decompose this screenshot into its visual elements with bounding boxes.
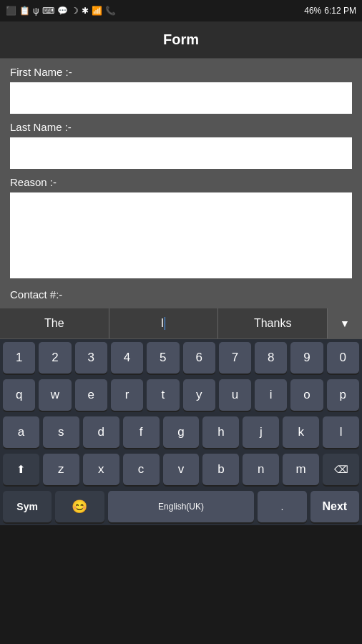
key-q[interactable]: q	[3, 379, 35, 411]
status-right-info: 46% 6:12 PM	[304, 6, 356, 16]
autocomplete-bar: The I Thanks ▼	[0, 308, 362, 339]
status-left-icons: ⬛ 📋 ψ ⌨ 💬 ☽ ✱ 📶 📞	[6, 6, 116, 16]
reason-label: Reason :-	[10, 169, 352, 192]
key-m[interactable]: m	[283, 454, 319, 485]
key-p[interactable]: p	[327, 379, 359, 411]
page-title: Form	[163, 31, 199, 48]
key-w[interactable]: w	[39, 379, 71, 411]
title-bar: Form	[0, 21, 362, 59]
key-z[interactable]: z	[43, 454, 79, 485]
status-icon-5: 💬	[57, 6, 68, 16]
key-4[interactable]: 4	[111, 342, 143, 374]
backspace-key[interactable]: ⌫	[323, 454, 359, 485]
key-u[interactable]: u	[219, 379, 251, 411]
key-i[interactable]: i	[255, 379, 287, 411]
key-y[interactable]: y	[183, 379, 215, 411]
key-x[interactable]: x	[83, 454, 119, 485]
key-1[interactable]: 1	[3, 342, 35, 374]
bottom-row: Sym 😊 English(UK) . Next	[0, 488, 362, 525]
autocomplete-item-3[interactable]: Thanks	[218, 308, 328, 338]
qwerty-row: q w e r t y u i o p	[0, 376, 362, 414]
first-name-input[interactable]	[10, 82, 352, 114]
key-n[interactable]: n	[243, 454, 279, 485]
key-s[interactable]: s	[43, 416, 79, 448]
key-9[interactable]: 9	[290, 342, 323, 374]
text-cursor	[165, 317, 165, 330]
key-b[interactable]: b	[202, 454, 239, 485]
key-2[interactable]: 2	[39, 342, 71, 374]
key-k[interactable]: k	[283, 416, 319, 448]
status-icon-6: ☽	[71, 6, 79, 16]
key-v[interactable]: v	[163, 454, 200, 485]
autocomplete-item-1[interactable]: The	[0, 308, 109, 338]
battery-indicator: 46%	[304, 6, 321, 16]
status-icon-2: 📋	[19, 6, 30, 16]
key-g[interactable]: g	[163, 416, 200, 448]
key-3[interactable]: 3	[75, 342, 107, 374]
period-key[interactable]: .	[258, 491, 306, 522]
status-icon-9: 📞	[105, 6, 116, 16]
time-display: 6:12 PM	[324, 6, 356, 16]
key-a[interactable]: a	[3, 416, 39, 448]
autocomplete-item-2[interactable]: I	[109, 308, 219, 338]
status-icon-1: ⬛	[6, 6, 16, 16]
key-0[interactable]: 0	[327, 342, 359, 374]
key-e[interactable]: e	[75, 379, 107, 411]
next-key[interactable]: Next	[310, 491, 359, 522]
last-name-input[interactable]	[10, 137, 352, 169]
key-7[interactable]: 7	[219, 342, 251, 374]
reason-input[interactable]	[10, 192, 352, 278]
first-name-label: First Name :-	[10, 59, 352, 82]
asdf-row: a s d f g h j k l	[0, 414, 362, 451]
key-6[interactable]: 6	[183, 342, 215, 374]
last-name-label: Last Name :-	[10, 114, 352, 137]
keyboard: 1 2 3 4 5 6 7 8 9 0 q w e r t y u i o p …	[0, 339, 362, 525]
shift-key[interactable]: ⬆	[3, 454, 39, 485]
contact-label: Contact #:-	[10, 281, 352, 301]
key-f[interactable]: f	[123, 416, 160, 448]
zxcv-row: ⬆ z x c v b n m ⌫	[0, 451, 362, 488]
autocomplete-expand-button[interactable]: ▼	[328, 308, 362, 338]
key-h[interactable]: h	[202, 416, 239, 448]
status-icon-8: 📶	[92, 6, 102, 16]
emoji-key[interactable]: 😊	[55, 491, 104, 522]
status-icon-7: ✱	[82, 6, 89, 16]
key-l[interactable]: l	[323, 416, 359, 448]
key-d[interactable]: d	[83, 416, 119, 448]
sym-key[interactable]: Sym	[3, 491, 52, 522]
chevron-down-icon: ▼	[340, 318, 350, 329]
key-r[interactable]: r	[111, 379, 143, 411]
key-t[interactable]: t	[147, 379, 179, 411]
key-c[interactable]: c	[123, 454, 160, 485]
key-j[interactable]: j	[243, 416, 279, 448]
key-8[interactable]: 8	[255, 342, 287, 374]
status-icon-3: ψ	[33, 6, 39, 16]
number-row: 1 2 3 4 5 6 7 8 9 0	[0, 339, 362, 376]
key-o[interactable]: o	[290, 379, 323, 411]
key-5[interactable]: 5	[147, 342, 179, 374]
status-icon-4: ⌨	[42, 6, 54, 16]
space-key[interactable]: English(UK)	[108, 491, 255, 522]
status-bar: ⬛ 📋 ψ ⌨ 💬 ☽ ✱ 📶 📞 46% 6:12 PM	[0, 0, 362, 21]
form-container: First Name :- Last Name :- Reason :- Con…	[0, 59, 362, 308]
